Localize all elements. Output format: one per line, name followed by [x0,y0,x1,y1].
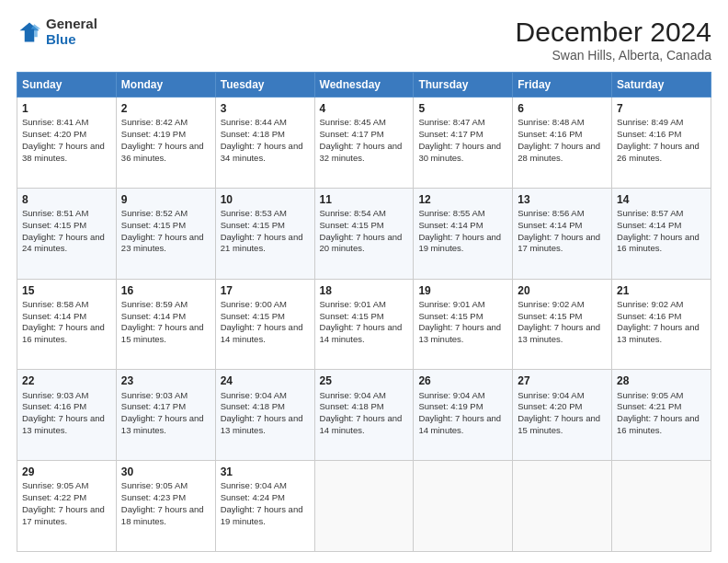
calendar-cell: 15Sunrise: 8:58 AMSunset: 4:14 PMDayligh… [17,279,117,370]
sunrise-label: Sunrise: 8:58 AM [22,299,88,309]
calendar-cell: 27Sunrise: 9:04 AMSunset: 4:20 PMDayligh… [513,370,612,461]
daylight-label: Daylight: 7 hours and 14 minutes. [221,322,303,344]
day-number: 27 [518,373,607,388]
logo-icon [17,19,42,45]
daylight-label: Daylight: 7 hours and 15 minutes. [518,413,600,435]
sunset-label: Sunset: 4:16 PM [617,129,681,139]
sunrise-label: Sunrise: 9:01 AM [418,299,484,309]
day-number: 11 [320,192,409,207]
daylight-label: Daylight: 7 hours and 16 minutes. [617,413,700,435]
daylight-label: Daylight: 7 hours and 17 minutes. [22,504,105,526]
calendar-cell: 2Sunrise: 8:42 AMSunset: 4:19 PMDaylight… [116,98,215,189]
calendar-header-tuesday: Tuesday [215,73,314,98]
day-number: 25 [320,373,409,388]
daylight-label: Daylight: 7 hours and 13 minutes. [22,413,105,435]
calendar-cell: 30Sunrise: 9:05 AMSunset: 4:23 PMDayligh… [116,461,215,552]
daylight-label: Daylight: 7 hours and 38 minutes. [22,141,105,163]
daylight-label: Daylight: 7 hours and 17 minutes. [518,232,600,254]
sunrise-label: Sunrise: 8:48 AM [518,117,584,127]
day-number: 10 [221,192,310,207]
calendar-header-friday: Friday [513,73,612,98]
calendar-cell: 19Sunrise: 9:01 AMSunset: 4:15 PMDayligh… [414,279,513,370]
sunrise-label: Sunrise: 9:01 AM [320,299,386,309]
page: General Blue December 2024 Swan Hills, A… [0,0,728,563]
calendar-cell: 24Sunrise: 9:04 AMSunset: 4:18 PMDayligh… [215,370,314,461]
daylight-label: Daylight: 7 hours and 15 minutes. [121,322,204,344]
day-number: 3 [221,101,310,116]
header: General Blue December 2024 Swan Hills, A… [17,17,711,63]
calendar-header-thursday: Thursday [414,73,513,98]
calendar-cell: 25Sunrise: 9:04 AMSunset: 4:18 PMDayligh… [314,370,414,461]
calendar-header-monday: Monday [116,73,215,98]
sunset-label: Sunset: 4:14 PM [518,220,582,230]
sunset-label: Sunset: 4:14 PM [617,220,681,230]
day-number: 30 [121,465,210,479]
sunset-label: Sunset: 4:22 PM [22,492,86,502]
daylight-label: Daylight: 7 hours and 21 minutes. [221,232,303,254]
sunrise-label: Sunrise: 8:47 AM [418,117,484,127]
calendar-cell: 3Sunrise: 8:44 AMSunset: 4:18 PMDaylight… [215,98,314,189]
sunset-label: Sunset: 4:15 PM [221,220,285,230]
sunrise-label: Sunrise: 8:51 AM [22,208,88,218]
day-number: 22 [22,373,111,388]
daylight-label: Daylight: 7 hours and 13 minutes. [617,322,700,344]
calendar-cell: 22Sunrise: 9:03 AMSunset: 4:16 PMDayligh… [17,370,117,461]
sunrise-label: Sunrise: 9:03 AM [22,390,88,400]
sunset-label: Sunset: 4:17 PM [418,129,483,139]
calendar-cell: 1Sunrise: 8:41 AMSunset: 4:20 PMDaylight… [17,98,117,189]
daylight-label: Daylight: 7 hours and 16 minutes. [22,322,105,344]
calendar-cell: 12Sunrise: 8:55 AMSunset: 4:14 PMDayligh… [414,188,513,279]
sunset-label: Sunset: 4:17 PM [121,401,186,411]
daylight-label: Daylight: 7 hours and 23 minutes. [121,232,204,254]
calendar-cell [414,461,513,552]
day-number: 21 [617,283,706,298]
sunset-label: Sunset: 4:16 PM [617,311,681,321]
day-number: 12 [418,192,507,207]
daylight-label: Daylight: 7 hours and 24 minutes. [22,232,105,254]
day-number: 18 [320,283,409,298]
sunrise-label: Sunrise: 9:04 AM [221,390,287,400]
sunrise-label: Sunrise: 9:02 AM [617,299,683,309]
day-number: 20 [518,283,607,298]
daylight-label: Daylight: 7 hours and 34 minutes. [221,141,303,163]
calendar-week-5: 29Sunrise: 9:05 AMSunset: 4:22 PMDayligh… [17,461,711,552]
sunset-label: Sunset: 4:15 PM [121,220,186,230]
sunset-label: Sunset: 4:20 PM [22,129,86,139]
day-number: 6 [518,101,607,116]
sunset-label: Sunset: 4:18 PM [221,129,285,139]
calendar-cell [612,461,711,552]
calendar-cell: 17Sunrise: 9:00 AMSunset: 4:15 PMDayligh… [215,279,314,370]
daylight-label: Daylight: 7 hours and 16 minutes. [617,232,700,254]
sunrise-label: Sunrise: 8:53 AM [221,208,287,218]
sunrise-label: Sunrise: 8:45 AM [320,117,386,127]
day-number: 19 [418,283,507,298]
calendar-cell: 31Sunrise: 9:04 AMSunset: 4:24 PMDayligh… [215,461,314,552]
daylight-label: Daylight: 7 hours and 13 minutes. [221,413,303,435]
calendar-week-4: 22Sunrise: 9:03 AMSunset: 4:16 PMDayligh… [17,370,711,461]
calendar-cell: 14Sunrise: 8:57 AMSunset: 4:14 PMDayligh… [612,188,711,279]
day-number: 4 [320,101,409,116]
daylight-label: Daylight: 7 hours and 14 minutes. [320,413,403,435]
day-number: 13 [518,192,607,207]
calendar-cell: 23Sunrise: 9:03 AMSunset: 4:17 PMDayligh… [116,370,215,461]
day-number: 5 [418,101,507,116]
calendar-cell: 7Sunrise: 8:49 AMSunset: 4:16 PMDaylight… [612,98,711,189]
sunrise-label: Sunrise: 8:42 AM [121,117,188,127]
day-number: 31 [221,465,310,479]
calendar-table: SundayMondayTuesdayWednesdayThursdayFrid… [17,72,711,552]
calendar-header-saturday: Saturday [612,73,711,98]
calendar-header-row: SundayMondayTuesdayWednesdayThursdayFrid… [17,73,711,98]
sunset-label: Sunset: 4:14 PM [121,311,186,321]
day-number: 29 [22,465,111,479]
day-number: 23 [121,373,210,388]
sunrise-label: Sunrise: 9:04 AM [320,390,386,400]
sunrise-label: Sunrise: 9:00 AM [221,299,287,309]
calendar-cell: 29Sunrise: 9:05 AMSunset: 4:22 PMDayligh… [17,461,117,552]
sunrise-label: Sunrise: 9:04 AM [221,480,287,490]
logo: General Blue [17,17,97,47]
sunset-label: Sunset: 4:23 PM [121,492,186,502]
daylight-label: Daylight: 7 hours and 18 minutes. [121,504,204,526]
day-number: 1 [22,101,111,116]
calendar-header-wednesday: Wednesday [314,73,414,98]
calendar-cell: 4Sunrise: 8:45 AMSunset: 4:17 PMDaylight… [314,98,414,189]
